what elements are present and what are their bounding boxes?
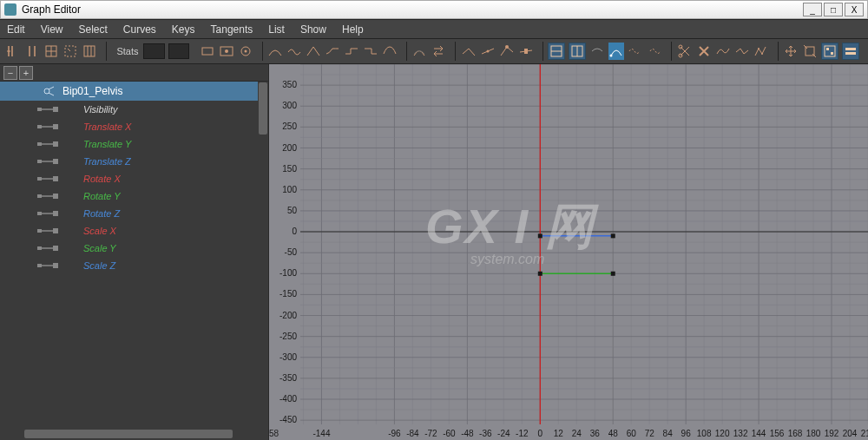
attribute-label: Rotate X [83,174,121,184]
svg-rect-35 [37,194,42,198]
attribute-row[interactable]: Rotate Y [0,187,268,205]
attribute-row[interactable]: Translate Z [0,153,268,170]
break-tangent-icon[interactable] [461,43,477,60]
svg-text:-48: -48 [461,429,474,438]
svg-text:-350: -350 [279,373,297,383]
spline-tangent-icon[interactable] [267,43,283,60]
time-snap-icon[interactable] [548,43,565,60]
svg-rect-19 [825,46,835,56]
svg-rect-30 [53,141,58,147]
stats-field-1[interactable] [143,43,164,59]
connection-icon [35,122,61,131]
flat-tangent-icon[interactable] [325,43,340,60]
pre-infinity-icon[interactable] [628,43,643,60]
move-nearest-key-icon[interactable] [5,43,21,60]
lock-tangent-icon[interactable] [518,43,534,60]
simplify-icon[interactable] [734,43,750,60]
svg-rect-40 [53,228,58,233]
insert-key-icon[interactable] [24,43,40,60]
attribute-row[interactable]: Translate X [0,118,268,135]
frame-playback-icon[interactable] [200,43,215,60]
svg-text:-400: -400 [279,394,297,404]
attribute-label: Translate Z [83,156,131,167]
menu-help[interactable]: Help [342,23,364,36]
svg-text:-200: -200 [279,311,297,320]
menu-keys[interactable]: Keys [172,23,195,36]
svg-text:48: 48 [608,429,619,438]
retime-tool-icon[interactable] [82,43,97,60]
free-tangent-icon[interactable] [499,43,515,60]
collapse-button[interactable]: − [3,66,17,80]
svg-text:-24: -24 [497,429,510,438]
lattice-icon[interactable] [43,43,59,60]
svg-rect-2 [84,46,95,56]
attribute-row[interactable]: Visibility [0,101,268,118]
step-tangent-icon[interactable] [344,43,359,60]
svg-text:50: 50 [287,206,298,215]
svg-text:300: 300 [282,101,297,110]
menu-curves[interactable]: Curves [123,23,156,36]
buffer-curve-icon[interactable] [411,43,427,60]
dope-sheet-icon[interactable] [821,43,838,60]
center-view-icon[interactable] [238,43,253,60]
maximize-button[interactable]: □ [824,3,843,16]
scale-key-icon[interactable] [802,43,818,60]
node-label: Bip01_Pelvis [62,85,122,97]
svg-point-7 [244,50,247,53]
attribute-row[interactable]: Rotate X [0,170,268,187]
menu-show[interactable]: Show [300,23,326,36]
svg-text:168: 168 [788,429,803,438]
move-key-icon[interactable] [783,43,799,60]
outliner-vertical-scrollbar[interactable] [258,82,268,428]
expand-button[interactable]: + [19,66,33,80]
svg-rect-28 [53,124,58,129]
value-snap-icon[interactable] [569,43,586,60]
outliner-horizontal-scrollbar[interactable] [0,428,258,440]
svg-rect-27 [37,125,42,128]
minimize-button[interactable]: _ [803,3,822,16]
attribute-row[interactable]: Translate Y [0,135,268,153]
menu-view[interactable]: View [41,23,63,36]
clamped-tangent-icon[interactable] [286,43,302,60]
connection-icon [35,227,61,235]
svg-rect-26 [53,107,58,112]
smooth-icon[interactable] [715,43,731,60]
close-button[interactable]: X [845,3,864,16]
region-tool-icon[interactable] [62,43,78,60]
unify-tangent-icon[interactable] [480,43,496,60]
outliner-list[interactable]: Bip01_Pelvis VisibilityTranslate XTransl… [0,82,268,440]
svg-text:192: 192 [825,429,839,438]
svg-text:108: 108 [697,429,712,438]
linear-tangent-icon[interactable] [306,43,321,60]
stats-field-2[interactable] [168,43,189,59]
swap-buffer-icon[interactable] [431,43,446,60]
step-next-icon[interactable] [363,43,378,60]
attribute-label: Translate X [83,121,131,132]
outliner-node[interactable]: Bip01_Pelvis [0,82,268,101]
auto-tangent-icon[interactable] [608,43,624,60]
graph-view[interactable]: 350300250200150100500-50-100-150-200-250… [269,64,868,440]
menu-edit[interactable]: Edit [7,23,25,36]
isolate-curve-icon[interactable] [589,43,605,60]
svg-rect-33 [37,177,42,181]
bake-icon[interactable] [753,43,769,60]
plateau-tangent-icon[interactable] [382,43,398,60]
svg-point-5 [225,49,228,53]
menu-list[interactable]: List [268,23,285,36]
menu-select[interactable]: Select [78,23,107,36]
attribute-row[interactable]: Scale Z [0,257,268,274]
attribute-row[interactable]: Scale X [0,222,268,240]
svg-rect-25 [37,108,42,111]
frame-all-icon[interactable] [219,43,234,60]
attribute-row[interactable]: Rotate Z [0,205,268,222]
svg-point-9 [505,45,509,49]
svg-text:-144: -144 [312,429,330,438]
post-infinity-icon[interactable] [647,43,662,60]
delete-icon[interactable] [696,43,712,60]
attribute-row[interactable]: Scale Y [0,240,268,257]
menu-tangents[interactable]: Tangents [211,23,253,36]
cut-icon[interactable] [677,43,693,60]
svg-text:-12: -12 [516,429,529,438]
svg-rect-41 [37,246,42,250]
trax-editor-icon[interactable] [842,43,859,60]
